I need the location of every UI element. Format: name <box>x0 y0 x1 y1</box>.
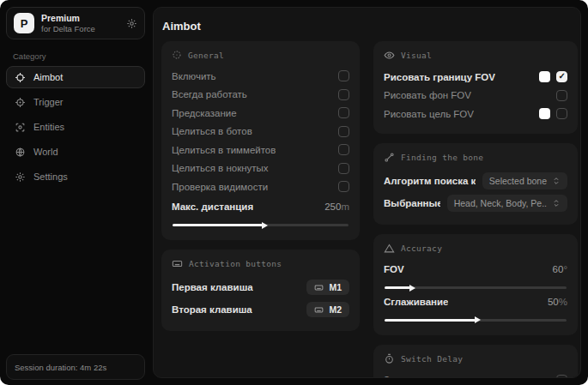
fov-border-color-swatch[interactable] <box>539 71 550 82</box>
draw-fov-target-row: Рисовать цель FOV <box>384 105 567 123</box>
brand-subtitle: for Delta Force <box>41 24 119 33</box>
section-title: Visual <box>401 51 432 60</box>
sidebar-item-label: Aimbot <box>33 72 63 82</box>
checkbox-enable[interactable] <box>338 70 349 81</box>
sidebar-nav: Aimbot Trigger Entities World <box>6 66 145 188</box>
sidebar-item-aimbot[interactable]: Aimbot <box>6 66 145 88</box>
checkbox-target-teammates[interactable] <box>338 144 349 155</box>
switch-delay-section-header: Switch Delay <box>384 353 567 364</box>
sidebar-item-label: Settings <box>33 171 68 182</box>
second-key-button[interactable]: M2 <box>306 302 349 317</box>
setting-row-target-knocked: Целиться в нокнутых <box>172 159 349 178</box>
sync-gear-icon[interactable] <box>126 18 137 29</box>
second-key-row: Вторая клавиша M2 <box>172 298 349 321</box>
stopwatch-icon <box>384 353 395 364</box>
max-distance-value: 250m <box>324 202 349 212</box>
sidebar-item-entities[interactable]: Entities <box>6 116 145 138</box>
setting-label: Рисовать цель FOV <box>384 109 474 119</box>
chevrons-up-down-icon <box>552 177 561 185</box>
setting-label: Задержка переключения <box>384 375 497 378</box>
setting-label: Сглаживание <box>384 297 448 307</box>
keyboard-icon <box>314 305 324 315</box>
checkbox-draw-fov-target[interactable] <box>556 108 567 119</box>
max-distance-slider[interactable] <box>173 224 349 226</box>
setting-label: Целиться в тиммейтов <box>172 145 276 155</box>
max-distance-block: Макс. дистанция 250m <box>172 198 349 227</box>
setting-label: Целиться в нокнутых <box>172 163 269 173</box>
sidebar: P Premium for Delta Force Category Aimbo… <box>0 0 151 385</box>
draw-fov-border-row: Рисовать границу FOV <box>384 68 567 87</box>
checkbox-draw-fov-border[interactable] <box>556 71 567 82</box>
page-title: Aimbot <box>162 20 573 33</box>
sidebar-item-trigger[interactable]: Trigger <box>6 91 145 113</box>
smoothing-block: Сглаживание 50% <box>384 292 567 322</box>
checkbox-prediction[interactable] <box>338 107 349 118</box>
sidebar-item-label: World <box>33 147 58 157</box>
session-duration: Session duration: 4m 22s <box>15 363 106 372</box>
app-window: P Premium for Delta Force Category Aimbo… <box>0 0 588 385</box>
first-key-row: Первая клавиша M1 <box>172 276 349 298</box>
checkbox-visibility-check[interactable] <box>338 181 349 192</box>
setting-label: FOV <box>384 264 404 274</box>
brand-logo: P <box>14 13 34 33</box>
general-section-header: General <box>172 50 349 60</box>
bone-algorithm-select[interactable]: Selected bone <box>482 172 567 189</box>
fov-target-color-swatch[interactable] <box>539 108 550 119</box>
entities-scan-icon <box>15 122 26 133</box>
setting-label: Вторая клавиша <box>172 304 252 315</box>
keyboard-icon <box>314 283 324 292</box>
fov-block: FOV 60° <box>384 261 567 290</box>
sidebar-item-world[interactable]: World <box>6 141 145 163</box>
globe-icon <box>15 147 26 158</box>
setting-label: Проверка видимости <box>172 182 268 192</box>
checkbox-target-bots[interactable] <box>338 126 349 137</box>
setting-label: Алгоритм поиска кост <box>384 176 476 186</box>
draw-fov-background-row: Рисовать фон FOV <box>384 87 567 105</box>
bone-algorithm-row: Алгоритм поиска кост Selected bone <box>384 170 567 192</box>
key-label: M1 <box>329 282 342 292</box>
checkbox-always-work[interactable] <box>338 89 349 100</box>
selected-bones-select[interactable]: Head, Neck, Body, Pe.. <box>447 195 567 212</box>
crosshair-icon <box>15 72 26 83</box>
category-label: Category <box>13 51 145 61</box>
section-title: Accuracy <box>401 244 442 253</box>
setting-label: Целиться в ботов <box>172 126 252 136</box>
setting-label: Рисовать фон FOV <box>384 90 471 100</box>
visual-section-header: Visual <box>384 50 567 61</box>
triangle-icon <box>384 243 395 254</box>
section-title: Activation buttons <box>189 259 282 268</box>
setting-label: Выбранные кос <box>384 198 440 208</box>
bone-section-header: Finding the bone <box>384 152 567 163</box>
setting-label: Всегда работать <box>172 89 247 99</box>
keyboard-icon <box>172 258 183 269</box>
setting-row-always-work: Всегда работать <box>172 86 349 105</box>
accuracy-section-header: Accuracy <box>384 243 567 254</box>
smoothing-slider[interactable] <box>385 319 567 322</box>
setting-row-target-teammates: Целиться в тиммейтов <box>172 141 349 159</box>
checkbox-draw-fov-background[interactable] <box>556 90 567 101</box>
fov-value: 60° <box>553 264 567 274</box>
general-section: General Включить Всегда работать Предска… <box>161 41 360 240</box>
sidebar-item-settings[interactable]: Settings <box>6 165 145 188</box>
setting-row-prediction: Предсказание <box>172 104 349 123</box>
max-distance-row: Макс. дистанция 250m <box>172 198 349 217</box>
chevrons-up-down-icon <box>552 199 561 208</box>
checkbox-switch-delay[interactable] <box>556 375 567 378</box>
activation-buttons-section: Activation buttons Первая клавиша M1 Вто… <box>161 250 360 331</box>
switch-delay-toggle-row: Задержка переключения <box>384 371 567 379</box>
finding-bone-section: Finding the bone Алгоритм поиска кост Se… <box>373 143 578 225</box>
selected-value: Selected bone <box>489 176 547 186</box>
setting-label: Макс. дистанция <box>172 202 253 212</box>
main-panel: Aimbot General Включить Вс <box>153 7 581 378</box>
setting-label: Включить <box>172 71 216 81</box>
selected-value: Head, Neck, Body, Pe.. <box>454 198 547 208</box>
eye-icon <box>384 50 395 61</box>
activation-section-header: Activation buttons <box>172 258 349 269</box>
first-key-button[interactable]: M1 <box>306 280 349 295</box>
checkbox-target-knocked[interactable] <box>338 163 349 174</box>
setting-label: Рисовать границу FOV <box>384 72 495 82</box>
sidebar-item-label: Trigger <box>33 97 63 107</box>
fov-slider[interactable] <box>385 286 567 289</box>
section-title: Finding the bone <box>401 153 483 162</box>
sidebar-item-label: Entities <box>33 122 64 132</box>
